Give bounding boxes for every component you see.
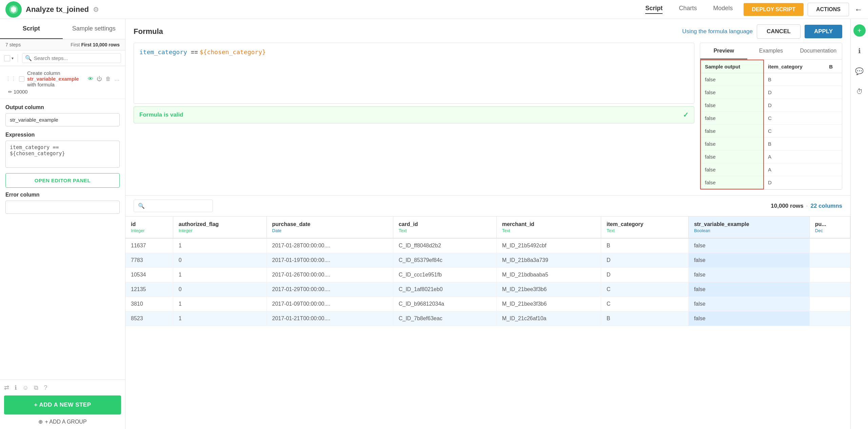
formula-operator: == (191, 49, 200, 56)
tab-preview[interactable]: Preview (700, 43, 747, 59)
table-row: 12135 0 2017-01-29T00:00:00.... C_ID_1af… (125, 282, 850, 297)
data-search-icon: 🔍 (138, 203, 145, 209)
sample-cell: false (701, 150, 764, 163)
b-cell (825, 150, 842, 163)
add-group-button[interactable]: ⊕ + ADD A GROUP (38, 418, 86, 425)
right-icon-chat[interactable]: 💬 (853, 65, 866, 77)
cell-id: 7783 (125, 253, 173, 268)
sample-cell: false (701, 176, 764, 189)
pencil-icon: ✏ (8, 89, 12, 95)
preview-row: false D (701, 86, 842, 99)
table-row: 3810 1 2017-01-09T00:00:00.... C_ID_b968… (125, 297, 850, 311)
add-new-step-button[interactable]: + ADD A NEW STEP (4, 395, 121, 414)
step-checkbox[interactable] (19, 76, 24, 82)
formula-editor-wrap: item_category == ${chosen_category} Form… (134, 43, 694, 190)
data-tbody: 11637 1 2017-01-28T00:00:00.... C_ID_ff8… (125, 238, 850, 326)
shuffle-icon[interactable]: ⇄ (4, 384, 9, 391)
right-icon-info[interactable]: ℹ (853, 45, 866, 57)
tab-examples[interactable]: Examples (747, 43, 794, 59)
right-icon-plus[interactable]: + (853, 24, 866, 37)
nav-tab-script[interactable]: Script (645, 5, 663, 14)
col-str-variable: str_variable_exampleBoolean (688, 217, 809, 238)
category-cell: D (764, 99, 825, 112)
output-column-input[interactable] (5, 113, 120, 126)
nav-tab-models[interactable]: Models (713, 5, 733, 14)
b-cell (825, 163, 842, 176)
cell-pu (809, 253, 850, 268)
valid-text: Formula is valid (139, 111, 183, 118)
formula-editor[interactable]: item_category == ${chosen_category} (134, 43, 694, 104)
sample-cell: false (701, 73, 764, 86)
col-id: idInteger (125, 217, 173, 238)
back-button[interactable]: ← (854, 5, 863, 14)
cell-merchant: M_ID_21c26af10a (496, 311, 601, 326)
col-type-merchant: Text (502, 228, 595, 233)
preview-row: false B (701, 138, 842, 150)
open-editor-button[interactable]: OPEN EDITOR PANEL (5, 173, 120, 188)
deploy-button[interactable]: DEPLOY SCRIPT (744, 3, 804, 16)
cell-card: C_ID_b96812034a (393, 297, 496, 311)
cols-count[interactable]: 22 columns (810, 203, 842, 209)
formula-body: item_category == ${chosen_category} Form… (134, 43, 842, 190)
search-steps-input[interactable] (34, 55, 118, 61)
actions-button[interactable]: ACTIONS (808, 3, 849, 16)
cell-id: 3810 (125, 297, 173, 311)
preview-row: false A (701, 150, 842, 163)
power-icon[interactable]: ⏻ (97, 76, 102, 82)
col-type-auth: Integer (179, 228, 261, 233)
category-cell: D (764, 86, 825, 99)
b-cell (825, 73, 842, 86)
emoji-icon[interactable]: ☺ (22, 384, 28, 391)
preview-col-b: B (825, 60, 842, 73)
search-steps-wrap: 🔍 (22, 53, 121, 63)
nav-tab-charts[interactable]: Charts (679, 5, 697, 14)
expression-textarea[interactable]: item_category == ${chosen_category} (5, 141, 120, 168)
plus-circle-icon: ⊕ (38, 418, 43, 425)
cancel-button[interactable]: CANCEL (757, 24, 801, 39)
select-all-checkbox[interactable] (4, 55, 10, 61)
check-icon: ✓ (683, 111, 689, 119)
formula-header: Formula Using the formula language CANCE… (134, 24, 842, 39)
tab-documentation[interactable]: Documentation (795, 43, 842, 59)
error-column-input[interactable] (5, 201, 120, 214)
step-row-number: 10000 (14, 89, 28, 95)
toolbar-divider (18, 54, 18, 62)
more-icon[interactable]: … (114, 76, 120, 82)
sample-cell: false (701, 112, 764, 125)
formula-language-link[interactable]: Using the formula language (682, 28, 753, 35)
cell-auth: 1 (173, 238, 267, 253)
formula-valid-message: Formula is valid ✓ (134, 106, 694, 123)
cell-date: 2017-01-19T00:00:00.... (267, 253, 393, 268)
cell-category: D (601, 253, 688, 268)
settings-icon[interactable]: ⚙ (93, 5, 99, 14)
trash-icon[interactable]: 🗑 (105, 76, 111, 82)
formula-actions: Using the formula language CANCEL APPLY (682, 24, 842, 39)
drag-handle-icon[interactable]: ⋮⋮ (5, 76, 16, 82)
category-cell: A (764, 150, 825, 163)
step-row-count: ✏ 10000 (5, 89, 120, 95)
data-table-wrap[interactable]: idInteger authorized_flagInteger purchas… (125, 217, 850, 429)
output-column-label: Output column (0, 99, 125, 113)
info-icon[interactable]: ℹ (15, 384, 17, 391)
help-icon[interactable]: ? (44, 384, 47, 391)
add-group-label: + ADD A GROUP (45, 419, 86, 425)
chevron-down-icon[interactable]: ▾ (12, 56, 14, 61)
copy-icon[interactable]: ⧉ (34, 384, 38, 391)
tab-sample-settings[interactable]: Sample settings (63, 19, 125, 39)
data-search-input[interactable] (147, 203, 209, 209)
tab-script[interactable]: Script (0, 19, 63, 39)
visibility-icon[interactable]: 👁 (88, 76, 93, 82)
app-logo (5, 1, 22, 18)
col-item-category: item_categoryText (601, 217, 688, 238)
first-rows: First First 10,000 rows (71, 42, 120, 47)
cell-pu (809, 311, 850, 326)
cell-date: 2017-01-09T00:00:00.... (267, 297, 393, 311)
table-row: 7783 0 2017-01-19T00:00:00.... C_ID_8537… (125, 253, 850, 268)
preview-col-item-category: item_category (764, 60, 825, 73)
data-section: 🔍 10,000 rows · 22 columns idInteger aut… (125, 196, 850, 429)
apply-button[interactable]: APPLY (805, 25, 842, 38)
category-cell: D (764, 176, 825, 189)
steps-count: 7 steps (5, 42, 21, 47)
right-icon-clock[interactable]: ⏱ (853, 85, 866, 98)
preview-row: false C (701, 125, 842, 138)
